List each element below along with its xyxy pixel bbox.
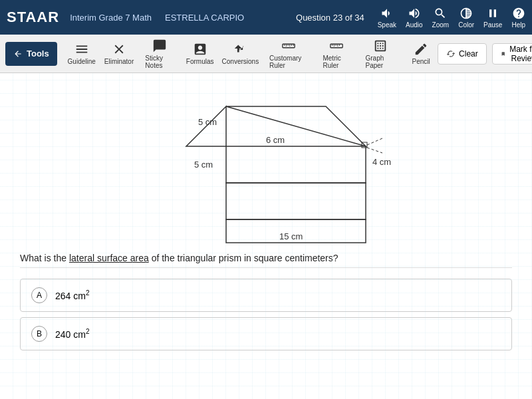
svg-text:5 cm: 5 cm bbox=[194, 160, 213, 170]
top-navigation-bar: STAAR Interim Grade 7 Math ESTRELLA CARP… bbox=[0, 0, 532, 35]
tools-button[interactable]: Tools bbox=[5, 42, 57, 66]
clear-button[interactable]: Clear bbox=[438, 43, 487, 65]
guideline-tool[interactable]: Guideline bbox=[65, 39, 98, 68]
pause-button[interactable]: Pause bbox=[483, 7, 502, 29]
svg-text:6 cm: 6 cm bbox=[266, 135, 285, 145]
help-button[interactable]: Help bbox=[511, 7, 525, 29]
top-icon-group: Speak Audio Zoom Color Pause Help bbox=[378, 7, 525, 29]
main-content: 5 cm 6 cm 5 cm 4 cm 15 cm What is the la… bbox=[0, 73, 532, 399]
svg-line-19 bbox=[367, 138, 382, 145]
svg-line-20 bbox=[367, 148, 382, 153]
student-name: ESTRELLA CARPIO bbox=[165, 13, 244, 23]
choice-letter-b: B bbox=[31, 326, 47, 342]
metric-ruler-tool[interactable]: Metric Ruler bbox=[317, 36, 356, 72]
svg-rect-16 bbox=[226, 183, 366, 219]
svg-text:15 cm: 15 cm bbox=[279, 231, 303, 241]
eliminator-tool[interactable]: Eliminator bbox=[102, 39, 136, 68]
answer-choice-b[interactable]: B 240 cm2 bbox=[20, 317, 512, 350]
tools-items: Guideline Eliminator Sticky Notes Formul… bbox=[65, 36, 438, 72]
choice-letter-a: A bbox=[31, 287, 47, 303]
speak-button[interactable]: Speak bbox=[378, 7, 396, 29]
mark-review-button[interactable]: Mark for Review bbox=[492, 43, 532, 65]
geometry-diagram: 5 cm 6 cm 5 cm 4 cm 15 cm bbox=[140, 86, 392, 246]
audio-button[interactable]: Audio bbox=[406, 7, 423, 29]
answer-choice-a[interactable]: A 264 cm2 bbox=[20, 279, 512, 312]
svg-text:5 cm: 5 cm bbox=[198, 117, 217, 127]
sticky-notes-tool[interactable]: Sticky Notes bbox=[140, 36, 179, 72]
question-counter: Question 23 of 34 bbox=[296, 13, 364, 23]
svg-text:4 cm: 4 cm bbox=[372, 157, 391, 167]
diagram-area: 5 cm 6 cm 5 cm 4 cm 15 cm bbox=[20, 86, 512, 246]
answer-b-text: 240 cm2 bbox=[55, 328, 89, 340]
customary-ruler-tool[interactable]: Customary Ruler bbox=[264, 36, 313, 72]
formulas-tool[interactable]: Formulas bbox=[184, 39, 217, 68]
conversions-tool[interactable]: Conversions bbox=[221, 39, 260, 68]
svg-marker-13 bbox=[226, 106, 366, 146]
right-action-buttons: Clear Mark for Review bbox=[438, 43, 532, 65]
exam-info: Interim Grade 7 Math ESTRELLA CARPIO bbox=[70, 13, 283, 23]
answer-a-text: 264 cm2 bbox=[55, 289, 89, 301]
graph-paper-tool[interactable]: Graph Paper bbox=[360, 36, 400, 72]
zoom-button[interactable]: Zoom bbox=[432, 7, 450, 29]
color-button[interactable]: Color bbox=[458, 7, 474, 29]
tools-bar: Tools Guideline Eliminator Sticky Notes … bbox=[0, 35, 532, 73]
exam-title: Interim Grade 7 Math bbox=[70, 13, 152, 23]
question-text: What is the lateral surface area of the … bbox=[20, 253, 512, 268]
svg-rect-15 bbox=[226, 146, 366, 183]
staar-logo: STAAR bbox=[7, 9, 59, 26]
pencil-tool[interactable]: Pencil bbox=[404, 39, 438, 68]
